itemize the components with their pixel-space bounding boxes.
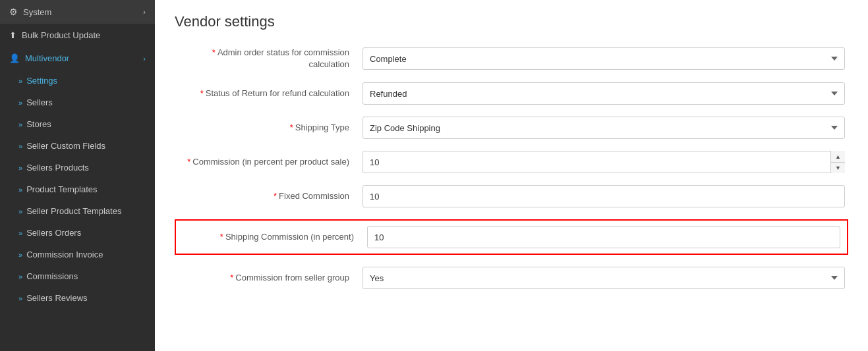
select-admin-order-status[interactable]: CompleteProcessingPendingCancelled (362, 47, 845, 70)
sidebar-subitem-commissions[interactable]: »Commissions (0, 265, 155, 287)
select-shipping-type[interactable]: Zip Code ShippingFlat RateFree Shipping (362, 117, 845, 139)
subitem-prefix-icon: » (18, 121, 22, 128)
sidebar-item-multivendor[interactable]: 👤 Multivendor › (0, 47, 155, 70)
form-row-commission-percent: *Commission (in percent per product sale… (175, 151, 848, 173)
subitem-label: Product Templates (26, 184, 97, 194)
form-fields: *Admin order status for commission calcu… (175, 47, 848, 289)
form-label-status-return-refund: *Status of Return for refund calculation (178, 88, 362, 99)
number-wrapper-commission-percent: ▲ ▼ (362, 151, 845, 173)
form-label-shipping-type: *Shipping Type (178, 122, 362, 134)
subitem-prefix-icon: » (18, 294, 22, 302)
subitem-label: Commissions (26, 271, 78, 281)
required-marker: * (274, 191, 277, 201)
form-row-admin-order-status: *Admin order status for commission calcu… (175, 47, 848, 70)
gear-icon: ⚙ (9, 7, 18, 17)
input-shipping-commission[interactable] (367, 226, 840, 248)
system-arrow-icon: › (143, 8, 146, 16)
sidebar-subitem-seller-custom-fields[interactable]: »Seller Custom Fields (0, 135, 155, 157)
person-icon: 👤 (9, 53, 20, 63)
input-fixed-commission[interactable] (362, 185, 845, 207)
form-label-commission-percent: *Commission (in percent per product sale… (178, 156, 362, 168)
form-label-commission-seller-group: *Commission from seller group (178, 272, 362, 284)
subitem-label: Sellers (26, 97, 53, 107)
subitem-prefix-icon: » (18, 99, 22, 107)
spinners-commission-percent: ▲ ▼ (830, 151, 845, 173)
subitem-label: Sellers Products (26, 163, 89, 173)
sidebar-system-label: System (23, 7, 51, 17)
subitem-label: Sellers Orders (26, 228, 81, 238)
sidebar-subitem-sellers-products[interactable]: »Sellers Products (0, 157, 155, 178)
form-label-fixed-commission: *Fixed Commission (178, 190, 362, 202)
subitem-label: Seller Custom Fields (26, 141, 105, 151)
form-label-shipping-commission: *Shipping Commission (in percent) (183, 231, 367, 243)
sidebar-subitems: »Settings»Sellers»Stores»Seller Custom F… (0, 70, 155, 309)
page-title: Vendor settings (175, 13, 848, 30)
required-marker: * (212, 47, 216, 57)
subitem-prefix-icon: » (18, 164, 22, 172)
multivendor-arrow-icon: › (143, 55, 146, 63)
subitem-label: Stores (26, 119, 51, 129)
sidebar-subitem-sellers-orders[interactable]: »Sellers Orders (0, 222, 155, 244)
spinner-down-commission-percent[interactable]: ▼ (831, 163, 845, 174)
sidebar-subitem-settings[interactable]: »Settings (0, 70, 155, 92)
main-content: Vendor settings *Admin order status for … (155, 0, 868, 351)
sidebar-subitem-sellers-reviews[interactable]: »Sellers Reviews (0, 287, 155, 309)
required-marker: * (187, 157, 190, 167)
upload-icon: ⬆ (9, 30, 16, 40)
form-row-commission-seller-group: *Commission from seller groupYesNo (175, 267, 848, 289)
required-marker: * (200, 88, 204, 98)
subitem-prefix-icon: » (18, 207, 22, 215)
sidebar-subitem-stores[interactable]: »Stores (0, 113, 155, 135)
required-marker: * (290, 122, 293, 132)
sidebar-item-system[interactable]: ⚙ System › (0, 0, 155, 24)
subitem-label: Seller Product Templates (26, 206, 121, 216)
subitem-prefix-icon: » (18, 77, 22, 85)
subitem-prefix-icon: » (18, 251, 22, 259)
subitem-prefix-icon: » (18, 273, 22, 281)
sidebar-multivendor-label: Multivendor (25, 53, 69, 63)
subitem-prefix-icon: » (18, 186, 22, 194)
sidebar-subitem-commission-invoice[interactable]: »Commission Invoice (0, 244, 155, 265)
select-commission-seller-group[interactable]: YesNo (362, 267, 845, 289)
sidebar-item-bulk-product[interactable]: ⬆ Bulk Product Update (0, 24, 155, 47)
subitem-label: Sellers Reviews (26, 293, 87, 303)
subitem-prefix-icon: » (18, 229, 22, 237)
subitem-label: Settings (26, 76, 57, 86)
sidebar-subitem-product-templates[interactable]: »Product Templates (0, 178, 155, 200)
form-row-shipping-commission: *Shipping Commission (in percent) (175, 219, 848, 255)
input-commission-percent[interactable] (362, 151, 845, 173)
required-marker: * (230, 273, 233, 283)
select-status-return-refund[interactable]: RefundedPendingProcessing (362, 82, 845, 105)
subitem-label: Commission Invoice (26, 250, 103, 259)
required-marker: * (220, 232, 223, 242)
sidebar-bulk-label: Bulk Product Update (22, 30, 100, 40)
sidebar-subitem-sellers[interactable]: »Sellers (0, 92, 155, 113)
subitem-prefix-icon: » (18, 142, 22, 150)
form-label-admin-order-status: *Admin order status for commission calcu… (178, 47, 362, 70)
sidebar-subitem-seller-product-templates[interactable]: »Seller Product Templates (0, 200, 155, 222)
form-row-fixed-commission: *Fixed Commission (175, 185, 848, 207)
form-row-status-return-refund: *Status of Return for refund calculation… (175, 82, 848, 105)
sidebar: ⚙ System › ⬆ Bulk Product Update 👤 Multi… (0, 0, 155, 351)
form-row-shipping-type: *Shipping TypeZip Code ShippingFlat Rate… (175, 117, 848, 139)
spinner-up-commission-percent[interactable]: ▲ (831, 151, 845, 163)
